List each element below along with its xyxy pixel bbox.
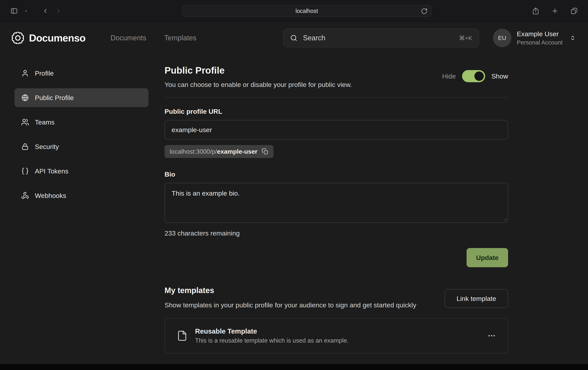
public-url-prefix: localhost:3000/p/ [170, 148, 217, 155]
user-menu[interactable]: EU Example User Personal Account [493, 29, 576, 47]
nav-templates[interactable]: Templates [164, 34, 197, 42]
user-name: Example User [517, 30, 563, 38]
back-button-icon[interactable] [40, 6, 51, 16]
address-bar-url: localhost [295, 8, 318, 14]
my-templates-text: My templates Show templates in your publ… [165, 286, 416, 310]
share-icon[interactable] [530, 6, 541, 16]
forward-button-icon[interactable] [53, 6, 63, 16]
file-icon [177, 330, 188, 341]
chevrons-up-down-icon[interactable] [569, 34, 576, 41]
lock-icon [21, 143, 29, 151]
sidebar-item-label: Webhooks [35, 192, 66, 199]
sidebar-item-api-tokens[interactable]: API Tokens [14, 162, 148, 181]
sidebar-item-teams[interactable]: Teams [14, 113, 148, 132]
sidebar-item-public-profile[interactable]: Public Profile [14, 88, 148, 107]
nav-documents[interactable]: Documents [111, 34, 146, 42]
new-tab-icon[interactable] [550, 6, 560, 16]
my-templates-head: My templates Show templates in your publ… [165, 286, 508, 310]
copy-icon[interactable] [262, 148, 268, 155]
app-header: Documenso Documents Templates ⌘+K EU Exa… [0, 22, 588, 54]
brand-name: Documenso [29, 32, 86, 44]
template-list-item: Reusable Template This is a reusable tem… [165, 318, 508, 353]
profile-url-label: Public profile URL [165, 108, 508, 115]
section-divider [165, 97, 508, 97]
template-description: This is a reusable template which is use… [195, 337, 349, 344]
bio-label: Bio [165, 171, 508, 178]
main-content: Public Profile You can choose to enable … [148, 54, 588, 353]
toggle-knob [474, 72, 484, 81]
sidebar-dropdown-chevron-icon[interactable] [22, 7, 30, 15]
address-bar[interactable]: localhost [182, 5, 431, 17]
sidebar-toggle-icon[interactable] [9, 5, 20, 16]
avatar-initials: EU [498, 35, 506, 41]
link-template-button[interactable]: Link template [445, 289, 508, 308]
search-icon [290, 34, 297, 42]
visibility-toggle-group: Hide Show [442, 70, 508, 82]
search-input[interactable] [303, 34, 453, 42]
toggle-hide-label: Hide [442, 72, 456, 80]
tab-overview-icon[interactable] [569, 6, 579, 16]
sidebar-item-label: API Tokens [35, 167, 68, 175]
page-head: Public Profile You can choose to enable … [165, 65, 508, 89]
refresh-icon[interactable] [421, 8, 428, 14]
documenso-logo-icon [12, 32, 24, 44]
sidebar-item-label: Security [35, 143, 59, 151]
sidebar-item-label: Teams [35, 118, 54, 126]
search-shortcut-badge: ⌘+K [459, 35, 472, 41]
main-nav: Documents Templates [111, 34, 197, 42]
user-account-type: Personal Account [517, 39, 563, 46]
update-button[interactable]: Update [467, 248, 508, 267]
bio-textarea[interactable]: This is an example bio. [165, 183, 508, 223]
braces-icon [21, 167, 29, 175]
browser-chrome: localhost [0, 0, 588, 22]
resize-handle-icon[interactable] [502, 216, 507, 221]
profile-visibility-toggle[interactable] [462, 70, 485, 82]
window-bottom-edge [0, 364, 588, 370]
public-url-pill: localhost:3000/p/example-user [165, 145, 273, 158]
sidebar-item-profile[interactable]: Profile [14, 64, 148, 82]
app-body: Profile Public Profile Teams Security AP [0, 54, 588, 353]
sidebar-item-label: Public Profile [35, 94, 74, 102]
update-row: Update [165, 248, 508, 267]
bio-field-wrap: This is an example bio. [165, 183, 508, 224]
settings-sidebar: Profile Public Profile Teams Security AP [0, 54, 148, 211]
avatar: EU [493, 29, 511, 47]
template-meta: Reusable Template This is a reusable tem… [195, 327, 349, 344]
users-icon [21, 118, 29, 126]
characters-remaining: 233 characters remaining [165, 229, 508, 237]
toggle-show-label: Show [492, 72, 508, 80]
sidebar-item-label: Profile [35, 70, 54, 77]
brand-logo[interactable]: Documenso [12, 32, 86, 44]
globe-icon [21, 94, 29, 102]
user-meta: Example User Personal Account [517, 30, 563, 46]
sidebar-item-webhooks[interactable]: Webhooks [14, 186, 148, 205]
webhook-icon [21, 192, 29, 199]
profile-url-input[interactable] [165, 120, 508, 140]
template-title: Reusable Template [195, 327, 349, 335]
my-templates-description: Show templates in your public profile fo… [165, 300, 416, 310]
user-icon [21, 69, 29, 77]
my-templates-title: My templates [165, 286, 416, 295]
global-search[interactable]: ⌘+K [283, 29, 479, 47]
sidebar-item-security[interactable]: Security [14, 137, 148, 156]
ellipsis-menu-icon[interactable] [485, 329, 498, 342]
public-url-slug: example-user [217, 148, 257, 155]
